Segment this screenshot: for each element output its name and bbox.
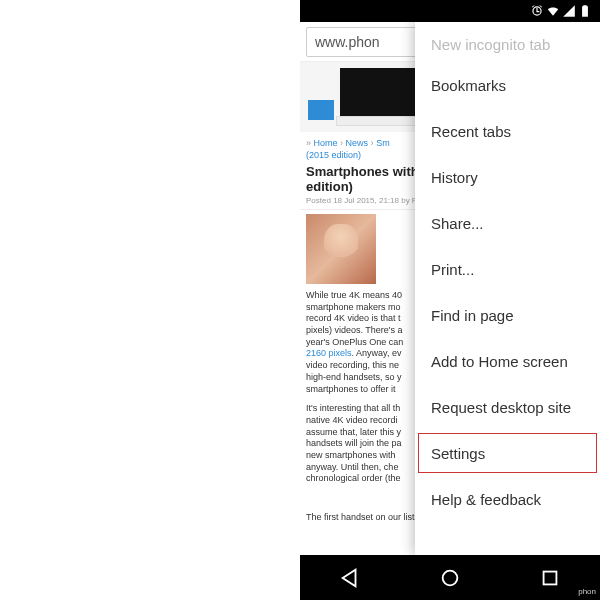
menu-new-incognito[interactable]: New incognito tab bbox=[415, 26, 600, 62]
alarm-icon bbox=[530, 4, 544, 18]
status-bar bbox=[300, 0, 600, 22]
crumb-news[interactable]: News bbox=[346, 138, 369, 148]
site-logo bbox=[308, 100, 334, 120]
phone-frame: » Home › News › Sm (2015 edition) Smartp… bbox=[300, 0, 600, 600]
menu-history[interactable]: History bbox=[415, 154, 600, 200]
menu-add-home[interactable]: Add to Home screen bbox=[415, 338, 600, 384]
crumb-home[interactable]: Home bbox=[314, 138, 338, 148]
signal-icon bbox=[562, 4, 576, 18]
wifi-icon bbox=[546, 4, 560, 18]
menu-find-in-page[interactable]: Find in page bbox=[415, 292, 600, 338]
nav-recent-icon[interactable] bbox=[539, 567, 561, 589]
svg-rect-1 bbox=[544, 571, 557, 584]
nav-home-icon[interactable] bbox=[439, 567, 461, 589]
menu-print[interactable]: Print... bbox=[415, 246, 600, 292]
menu-share[interactable]: Share... bbox=[415, 200, 600, 246]
system-navbar bbox=[300, 555, 600, 600]
link-2160[interactable]: 2160 pixels bbox=[306, 348, 352, 358]
watermark: phon bbox=[578, 587, 596, 596]
menu-help-feedback[interactable]: Help & feedback bbox=[415, 476, 600, 522]
overflow-menu: New incognito tab Bookmarks Recent tabs … bbox=[415, 22, 600, 555]
menu-request-desktop[interactable]: Request desktop site bbox=[415, 384, 600, 430]
menu-settings[interactable]: Settings bbox=[415, 430, 600, 476]
crumb-rest: Sm bbox=[376, 138, 390, 148]
nav-back-icon[interactable] bbox=[339, 567, 361, 589]
hero-image[interactable] bbox=[306, 214, 376, 284]
menu-recent-tabs[interactable]: Recent tabs bbox=[415, 108, 600, 154]
battery-icon bbox=[578, 4, 592, 18]
menu-bookmarks[interactable]: Bookmarks bbox=[415, 62, 600, 108]
left-blank-area bbox=[0, 0, 300, 600]
svg-point-0 bbox=[443, 570, 458, 585]
